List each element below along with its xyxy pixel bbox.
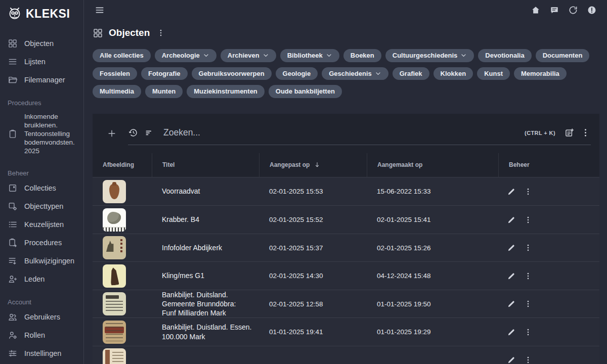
edit-object-button[interactable] (506, 327, 517, 338)
search-input[interactable] (160, 127, 515, 138)
row-menu-button[interactable] (523, 242, 534, 253)
filter-chip-fossielen[interactable]: Fossielen (93, 67, 137, 80)
filter-chip-label: Gebruiksvoorwerpen (199, 70, 265, 78)
filter-chip-muziekinstrumenten[interactable]: Muziekinstrumenten (187, 85, 265, 98)
sidebar-item-collecties[interactable]: Collecties (0, 179, 83, 197)
cell-titel: Bankbiljet. Duitsland. Gemeente Brunndöb… (152, 290, 259, 318)
table-row[interactable]: Krabber. B402-01-2025 15:5202-01-2025 15… (93, 205, 599, 234)
table-row[interactable]: Kling/mes G102-01-2025 14:3004-12-2024 1… (93, 261, 599, 290)
edit-object-button[interactable] (506, 214, 517, 225)
filter-chip-label: Munten (152, 87, 176, 96)
sidebar-item-filemanager[interactable]: Filemanager (0, 71, 83, 89)
edit-object-button[interactable] (506, 186, 517, 197)
table-row[interactable]: Infofolder Abdijkerk02-01-2025 15:3702-0… (93, 234, 599, 262)
brand-logo[interactable]: KLEKSI (0, 0, 83, 26)
sidebar-item-objecttypen[interactable]: Objecttypen (0, 197, 83, 215)
menu-button[interactable] (94, 4, 106, 16)
filter-chip-fotografie[interactable]: Fotografie (141, 67, 188, 80)
column-header-afbeelding[interactable]: Afbeelding (93, 153, 152, 177)
edit-object-button[interactable] (506, 354, 517, 364)
search-filter-button[interactable] (144, 127, 155, 138)
filter-chip-devotionalia[interactable]: Devotionalia (478, 49, 531, 62)
filter-chip-label: Geologie (283, 70, 311, 78)
edit-icon (507, 218, 516, 226)
info-button[interactable] (586, 4, 598, 16)
search-history-button[interactable] (128, 127, 139, 138)
sidebar-item-bulkwijzigingen[interactable]: Bulkwijzigingen (0, 252, 83, 270)
refresh-button[interactable] (567, 4, 579, 16)
sidebar-item-label: Rollen (24, 331, 45, 340)
row-menu-button[interactable] (523, 298, 534, 309)
filter-chip-alle-collecties[interactable]: Alle collecties (93, 49, 151, 62)
table-row[interactable]: Voorraadvat02-01-2025 15:5315-06-2022 15… (93, 177, 599, 206)
table-row[interactable] (93, 346, 599, 364)
kebab-icon (524, 358, 533, 364)
row-menu-button[interactable] (523, 270, 534, 282)
edit-object-button[interactable] (506, 242, 517, 253)
filter-chip-oude-bankbiljetten[interactable]: Oude bankbiljetten (269, 85, 342, 98)
row-menu-button[interactable] (523, 214, 534, 225)
sidebar-item-inkomende-bruiklenen-tentoonstelling-bodemvondsten-2025[interactable]: Inkomende bruiklenen. Tentoonstelling bo… (0, 109, 83, 159)
column-header-titel[interactable]: Titel (152, 153, 259, 177)
row-menu-button[interactable] (523, 354, 534, 364)
filter-chip-label: Cultuurgeschiedenis (393, 52, 458, 60)
sidebar-item-label: Lijsten (24, 57, 46, 66)
main-area: Objecten Alle collectiesArcheologieArchi… (84, 0, 607, 364)
filter-chip-klokken[interactable]: Klokken (433, 67, 473, 80)
filter-chip-boeken[interactable]: Boeken (343, 49, 381, 62)
filter-chip-gebruiksvoorwerpen[interactable]: Gebruiksvoorwerpen (192, 67, 272, 80)
sidebar-item-objecten[interactable]: Objecten (0, 34, 83, 53)
sidebar-item-instellingen[interactable]: Instellingen (0, 344, 83, 362)
filter-chip-geologie[interactable]: Geologie (276, 67, 318, 80)
sidebar-item-lijsten[interactable]: Lijsten (0, 53, 83, 71)
filter-chip-label: Fossielen (100, 70, 130, 78)
column-header-aangepast-op[interactable]: Aangepast op (259, 153, 367, 177)
sidebar-item-gebruikers[interactable]: Gebruikers (0, 308, 83, 326)
edit-object-button[interactable] (506, 298, 517, 309)
page-header: Objecten (93, 27, 607, 38)
sidebar-item-rollen[interactable]: Rollen (0, 326, 83, 344)
save-search-button[interactable] (564, 127, 575, 138)
edit-object-button[interactable] (506, 270, 517, 282)
cell-titel: Voorraadvat (152, 177, 259, 206)
page-menu-button[interactable] (156, 28, 165, 38)
objects-grid-icon (93, 28, 103, 38)
filter-chip-bibliotheek[interactable]: Bibliotheek (280, 49, 339, 62)
filter-chip-documenten[interactable]: Documenten (536, 49, 590, 62)
filter-chip-label: Fotografie (148, 70, 181, 78)
chat-icon (549, 5, 559, 15)
table-row[interactable]: Bankbiljet. Duistland. Essen. 100.000 Ma… (93, 317, 599, 346)
filter-chip-label: Archieven (228, 52, 259, 60)
column-header-label: Aangemaakt op (377, 161, 422, 168)
filter-chip-geschiedenis[interactable]: Geschiedenis (322, 67, 388, 80)
sidebar-item-leden[interactable]: Leden (0, 270, 83, 288)
add-object-button[interactable] (105, 126, 119, 141)
filter-chip-grafiek[interactable]: Grafiek (393, 67, 429, 80)
object-type-icon (8, 201, 18, 211)
cell-titel: Infofolder Abdijkerk (152, 234, 259, 262)
arrow-down-icon (314, 161, 321, 168)
cell-aangepast-op: 02-01-2025 12:58 (259, 290, 367, 318)
filter-chip-label: Alle collecties (100, 52, 144, 60)
filter-chip-archeologie[interactable]: Archeologie (155, 49, 216, 62)
column-header-beheer[interactable]: Beheer (498, 153, 599, 177)
filter-chip-multimedia[interactable]: Multimedia (93, 85, 141, 98)
sidebar-item-procedures[interactable]: Procedures (0, 234, 83, 252)
column-header-aangemaakt-op[interactable]: Aangemaakt op (367, 153, 498, 177)
filter-chip-archieven[interactable]: Archieven (221, 49, 276, 62)
sidebar-item-keuzelijsten[interactable]: Keuzelijsten (0, 215, 83, 234)
filter-chip-memorabilia[interactable]: Memorabilia (514, 67, 567, 80)
chevron-down-icon (203, 52, 209, 59)
filter-chip-label: Boeken (351, 52, 374, 60)
filter-chip-cultuurgeschiedenis[interactable]: Cultuurgeschiedenis (385, 49, 474, 62)
filter-chip-munten[interactable]: Munten (145, 85, 183, 98)
edit-icon (507, 190, 516, 198)
row-menu-button[interactable] (523, 327, 534, 338)
chat-button[interactable] (548, 4, 560, 16)
search-menu-button[interactable] (580, 127, 591, 138)
home-button[interactable] (530, 4, 542, 16)
row-menu-button[interactable] (523, 186, 534, 197)
brand-name: KLEKSI (26, 7, 70, 21)
filter-chip-kunst[interactable]: Kunst (477, 67, 510, 80)
table-row[interactable]: Bankbiljet. Duitsland. Gemeente Brunndöb… (93, 290, 599, 318)
